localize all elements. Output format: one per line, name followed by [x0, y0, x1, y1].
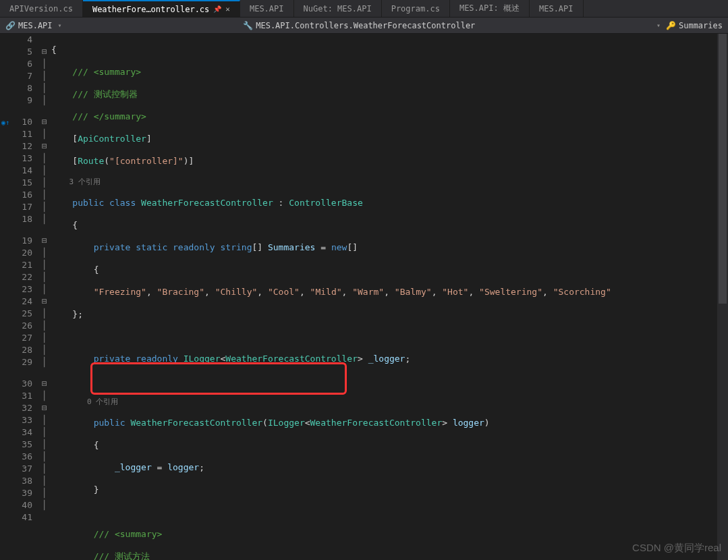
code-text: "Sweltering" — [479, 287, 542, 297]
code-text: new — [331, 242, 347, 252]
fold-toggle[interactable]: ⊟ — [38, 235, 51, 247]
code-text: "Cool" — [268, 287, 300, 297]
class-icon: 🔧 — [243, 21, 253, 30]
fold-column: ⊟ │ │ │ │ ⊟ │ ⊟ │ │ │ │ │ │ ⊟ │ │ │ │ ⊟ … — [38, 34, 51, 560]
line-num: 41 — [13, 511, 32, 524]
line-num: 31 — [13, 390, 32, 402]
pin-icon[interactable]: 📌 — [213, 5, 221, 13]
line-num: 34 — [13, 426, 32, 439]
code-text: <summary> — [94, 67, 141, 77]
line-num: 30 — [13, 378, 32, 390]
code-text: WeatherForecastController — [225, 354, 358, 364]
line-num: 18 — [13, 213, 32, 225]
code-text: _logger — [115, 462, 152, 472]
line-num: 32 — [13, 402, 32, 414]
codelens-refs[interactable]: 3 个引用 — [69, 177, 101, 186]
fold-toggle[interactable]: ⊟ — [38, 296, 51, 308]
link-icon: 🔗 — [5, 21, 16, 30]
code-text: ) — [484, 418, 490, 428]
code-text: logger — [453, 418, 484, 428]
tab-mesapi2[interactable]: MES.API — [530, 0, 584, 17]
line-num: 27 — [13, 332, 32, 344]
watermark: CSDN @黄同学real — [632, 542, 721, 555]
line-num: 28 — [13, 344, 32, 356]
code-text: = — [152, 462, 167, 472]
code-text: { — [72, 220, 78, 230]
code-text: /// — [94, 551, 115, 560]
code-text: "Freezing" — [94, 287, 146, 297]
line-num: 25 — [13, 308, 32, 320]
code-text: Route — [78, 156, 104, 166]
code-text: "Hot" — [442, 287, 468, 297]
code-text: [ — [72, 156, 78, 166]
margin-gutter: ◉↑ — [0, 34, 13, 560]
nav-scope-center[interactable]: 🔧MES.API.Controllers.WeatherForecastCont… — [62, 21, 656, 30]
code-text: private — [94, 242, 131, 252]
tab-program[interactable]: Program.cs — [382, 0, 450, 17]
code-text: < — [305, 418, 310, 428]
fold-toggle[interactable]: ⊟ — [38, 140, 51, 152]
line-num: 23 — [13, 283, 32, 296]
code-text: }; — [72, 309, 83, 319]
code-text: "Scorching" — [553, 287, 611, 297]
line-num: 5 — [13, 46, 32, 58]
line-num: 10 — [13, 116, 32, 128]
scroll-thumb[interactable] — [719, 34, 727, 304]
nav-scope-right[interactable]: 🔑Summaries — [661, 21, 728, 30]
reference-marker-icon[interactable]: ◉↑ — [1, 119, 9, 126]
tab-label: APIVersion.cs — [9, 4, 73, 13]
line-num: 4 — [13, 34, 32, 46]
tab-nuget[interactable]: NuGet: MES.API — [294, 0, 382, 17]
code-text: [ — [72, 134, 78, 144]
line-num: 26 — [13, 320, 32, 332]
code-text: Summaries — [268, 242, 315, 252]
line-num: 12 — [13, 140, 32, 152]
code-text: string — [221, 242, 252, 252]
code-text: public — [94, 418, 125, 428]
code-text: "Balmy" — [395, 287, 432, 297]
code-text: /// — [72, 89, 93, 99]
fold-toggle[interactable]: ⊟ — [38, 46, 51, 58]
code-text: static — [136, 242, 167, 252]
code-text: private — [94, 354, 131, 364]
fold-toggle[interactable]: ⊟ — [38, 402, 51, 414]
codelens-refs[interactable]: 0 个引用 — [87, 397, 118, 406]
tab-label: MES.API — [250, 4, 284, 13]
nav-scope-left[interactable]: 🔗MES.API — [0, 21, 58, 30]
code-editor[interactable]: ◉↑ 4 5 6 7 8 9 10 11 12 13 14 15 16 17 1… — [0, 34, 728, 560]
close-icon[interactable]: ✕ — [225, 5, 230, 13]
tab-label: MES.API: 概述 — [459, 3, 520, 14]
code-text: public — [72, 198, 104, 208]
code-text: [] — [252, 242, 267, 252]
code-text: WeatherForecastController — [141, 198, 273, 208]
line-num: 22 — [13, 271, 32, 283]
tab-overview[interactable]: MES.API: 概述 — [450, 0, 530, 17]
vertical-scrollbar[interactable] — [717, 34, 728, 560]
code-text: : — [273, 198, 289, 208]
line-num: 9 — [13, 94, 32, 107]
line-num: 13 — [13, 152, 32, 165]
line-num: 16 — [13, 189, 32, 201]
code-text: ILogger — [268, 418, 305, 428]
nav-bar: 🔗MES.API ▾ 🔧MES.API.Controllers.WeatherF… — [0, 18, 728, 34]
fold-toggle[interactable]: ⊟ — [38, 378, 51, 390]
code-text: > — [442, 418, 453, 428]
fold-toggle[interactable]: ⊟ — [38, 116, 51, 128]
tab-weatherforecast[interactable]: WeatherFore…ontroller.cs📌✕ — [83, 0, 240, 17]
code-text: > — [358, 354, 368, 364]
tab-apiversion[interactable]: APIVersion.cs — [0, 0, 83, 17]
code-text: readonly — [173, 242, 215, 252]
tab-label: MES.API — [539, 4, 573, 13]
code-text: WeatherForecastController — [310, 418, 443, 428]
code-text: class — [109, 198, 136, 208]
code-text: ApiController — [78, 134, 146, 144]
line-num: 36 — [13, 451, 32, 463]
code-content[interactable]: { /// <summary> /// 测试控制器 /// </summary>… — [51, 34, 728, 560]
code-text: ; — [199, 462, 204, 472]
line-num: 39 — [13, 487, 32, 499]
line-num: 15 — [13, 177, 32, 189]
code-text: _logger — [368, 354, 405, 364]
code-text: WeatherForecastController — [130, 418, 262, 428]
line-num: 24 — [13, 296, 32, 308]
tab-mesapi[interactable]: MES.API — [240, 0, 294, 17]
